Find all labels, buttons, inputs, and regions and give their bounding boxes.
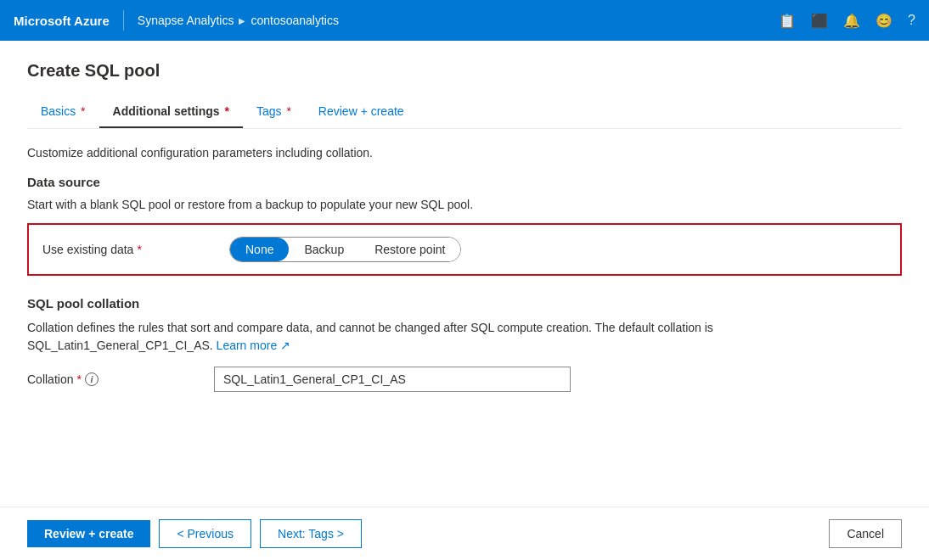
- breadcrumb-synapse[interactable]: Synapse Analytics: [138, 14, 234, 27]
- tab-bar: Basics * Additional settings * Tags * Re…: [27, 98, 902, 129]
- data-source-toggle-group: None Backup Restore point: [229, 237, 461, 262]
- intro-text: Customize additional configuration param…: [27, 146, 902, 160]
- collation-input[interactable]: [214, 367, 571, 392]
- feedback-icon[interactable]: 📋: [779, 13, 796, 29]
- breadcrumb-workspace[interactable]: contosoanalytics: [251, 14, 339, 27]
- header-icons: 📋 ⬛ 🔔 😊 ?: [779, 13, 915, 29]
- bottom-bar: Review + create < Previous Next: Tags > …: [0, 507, 929, 560]
- portal-icon[interactable]: ⬛: [811, 13, 828, 29]
- tab-review-create[interactable]: Review + create: [305, 98, 418, 128]
- main-content: Create SQL pool Basics * Additional sett…: [0, 41, 929, 560]
- breadcrumb: Synapse Analytics ▶ contosoanalytics: [138, 14, 339, 27]
- collation-info-icon[interactable]: i: [85, 372, 99, 386]
- brand-name: Microsoft Azure: [14, 14, 110, 28]
- data-source-title: Data source: [27, 175, 902, 189]
- toggle-none[interactable]: None: [230, 238, 289, 261]
- toggle-backup[interactable]: Backup: [289, 238, 359, 261]
- data-source-desc: Start with a blank SQL pool or restore f…: [27, 198, 902, 211]
- collation-field-row: Collation * i: [27, 367, 902, 392]
- cancel-button[interactable]: Cancel: [829, 519, 902, 548]
- tab-basics[interactable]: Basics *: [27, 98, 99, 128]
- use-existing-data-label: Use existing data *: [42, 243, 212, 256]
- previous-button[interactable]: < Previous: [159, 519, 251, 548]
- collation-title: SQL pool collation: [27, 296, 902, 311]
- account-icon[interactable]: 😊: [876, 13, 892, 29]
- learn-more-link[interactable]: Learn more ↗: [217, 339, 290, 352]
- tab-tags[interactable]: Tags *: [243, 98, 305, 128]
- review-create-button[interactable]: Review + create: [27, 520, 150, 547]
- toggle-restore-point[interactable]: Restore point: [359, 238, 460, 261]
- page-title: Create SQL pool: [27, 61, 902, 81]
- collation-label: Collation * i: [27, 372, 197, 386]
- next-button[interactable]: Next: Tags >: [260, 519, 362, 548]
- breadcrumb-arrow: ▶: [239, 16, 245, 25]
- header: Microsoft Azure Synapse Analytics ▶ cont…: [0, 0, 929, 41]
- header-separator: [123, 10, 124, 31]
- notification-icon[interactable]: 🔔: [843, 13, 860, 29]
- collation-desc: Collation defines the rules that sort an…: [27, 319, 902, 355]
- help-icon[interactable]: ?: [908, 13, 915, 28]
- tab-additional-settings[interactable]: Additional settings *: [99, 98, 243, 128]
- use-existing-data-row: Use existing data * None Backup Restore …: [27, 223, 902, 276]
